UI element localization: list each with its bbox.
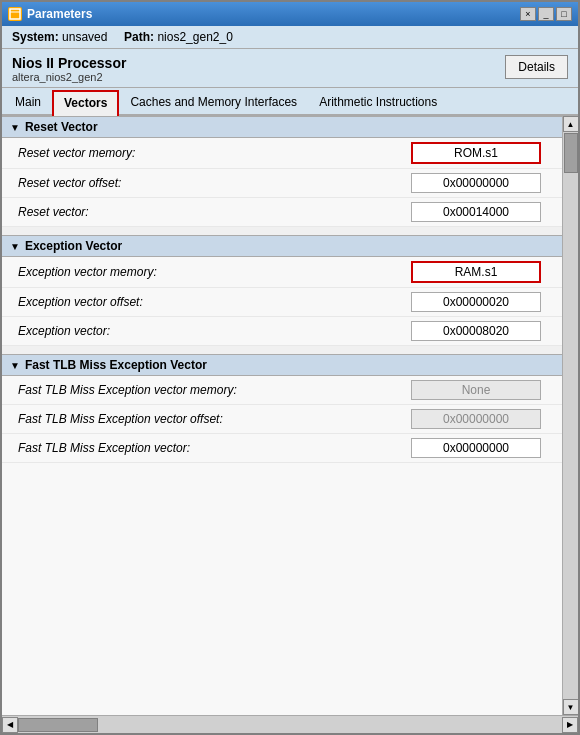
fast-tlb-offset-value — [406, 409, 546, 429]
exception-vector-section-header[interactable]: ▼ Exception Vector — [2, 235, 562, 257]
content-area: ▼ Reset Vector Reset vector memory: Rese… — [2, 116, 562, 715]
processor-header: Nios II Processor altera_nios2_gen2 Deta… — [2, 49, 578, 88]
fast-tlb-memory-input[interactable] — [411, 380, 541, 400]
reset-vector-title: Reset Vector — [25, 120, 98, 134]
exception-vector-input[interactable] — [411, 321, 541, 341]
table-row: Reset vector: — [2, 198, 562, 227]
scroll-track[interactable] — [564, 132, 578, 699]
details-button[interactable]: Details — [505, 55, 568, 79]
hscroll-track[interactable] — [18, 716, 562, 733]
reset-vector-memory-input[interactable] — [411, 142, 541, 164]
table-row: Reset vector memory: — [2, 138, 562, 169]
table-row: Reset vector offset: — [2, 169, 562, 198]
section-gap-2 — [2, 346, 562, 354]
reset-vector-label: Reset vector: — [18, 205, 406, 219]
fast-tlb-section: Fast TLB Miss Exception vector memory: F… — [2, 376, 562, 463]
maximize-btn[interactable]: □ — [556, 7, 572, 21]
table-row: Fast TLB Miss Exception vector offset: — [2, 405, 562, 434]
exception-vector-offset-input[interactable] — [411, 292, 541, 312]
table-row: Exception vector offset: — [2, 288, 562, 317]
table-row: Fast TLB Miss Exception vector: — [2, 434, 562, 463]
scroll-down-button[interactable]: ▼ — [563, 699, 579, 715]
scroll-container: ▼ Reset Vector Reset vector memory: Rese… — [2, 116, 578, 715]
reset-vector-offset-label: Reset vector offset: — [18, 176, 406, 190]
fast-tlb-offset-label: Fast TLB Miss Exception vector offset: — [18, 412, 406, 426]
scroll-right-button[interactable]: ▶ — [562, 717, 578, 733]
reset-vector-offset-input[interactable] — [411, 173, 541, 193]
tab-caches[interactable]: Caches and Memory Interfaces — [119, 90, 308, 114]
window-title: Parameters — [27, 7, 520, 21]
exception-vector-value — [406, 321, 546, 341]
tab-vectors[interactable]: Vectors — [52, 90, 119, 116]
system-path-bar: System: unsaved Path: nios2_gen2_0 — [2, 26, 578, 49]
exception-vector-memory-value — [406, 261, 546, 283]
exception-vector-label: Exception vector: — [18, 324, 406, 338]
scroll-left-button[interactable]: ◀ — [2, 717, 18, 733]
exception-vector-memory-label: Exception vector memory: — [18, 265, 406, 279]
exception-vector-offset-label: Exception vector offset: — [18, 295, 406, 309]
svg-rect-0 — [10, 9, 20, 19]
path-value: nios2_gen2_0 — [157, 30, 232, 44]
reset-vector-memory-label: Reset vector memory: — [18, 146, 406, 160]
close-x-btn[interactable]: × — [520, 7, 536, 21]
minimize-btn[interactable]: _ — [538, 7, 554, 21]
table-row: Fast TLB Miss Exception vector memory: — [2, 376, 562, 405]
collapse-icon: ▼ — [10, 122, 20, 133]
window-controls: × _ □ — [520, 7, 572, 21]
fast-tlb-memory-value — [406, 380, 546, 400]
fast-tlb-section-header[interactable]: ▼ Fast TLB Miss Exception Vector — [2, 354, 562, 376]
window-icon — [8, 7, 22, 21]
collapse-icon-2: ▼ — [10, 241, 20, 252]
title-bar: Parameters × _ □ — [2, 2, 578, 26]
main-window: Parameters × _ □ System: unsaved Path: n… — [0, 0, 580, 735]
horizontal-scrollbar[interactable]: ◀ ▶ — [2, 715, 578, 733]
section-gap-1 — [2, 227, 562, 235]
path-label: Path: — [124, 30, 154, 44]
system-label: System: — [12, 30, 59, 44]
hscroll-thumb[interactable] — [18, 718, 98, 732]
collapse-icon-3: ▼ — [10, 360, 20, 371]
exception-vector-title: Exception Vector — [25, 239, 122, 253]
fast-tlb-vector-value — [406, 438, 546, 458]
reset-vector-section-header[interactable]: ▼ Reset Vector — [2, 116, 562, 138]
scroll-up-button[interactable]: ▲ — [563, 116, 579, 132]
processor-title: Nios II Processor altera_nios2_gen2 — [12, 55, 126, 83]
fast-tlb-memory-label: Fast TLB Miss Exception vector memory: — [18, 383, 406, 397]
reset-vector-section: Reset vector memory: Reset vector offset… — [2, 138, 562, 227]
system-value: unsaved — [62, 30, 107, 44]
exception-vector-offset-value — [406, 292, 546, 312]
tabs-bar: Main Vectors Caches and Memory Interface… — [2, 88, 578, 116]
fast-tlb-offset-input[interactable] — [411, 409, 541, 429]
fast-tlb-vector-input[interactable] — [411, 438, 541, 458]
scroll-thumb[interactable] — [564, 133, 578, 173]
fast-tlb-title: Fast TLB Miss Exception Vector — [25, 358, 207, 372]
reset-vector-value — [406, 202, 546, 222]
fast-tlb-vector-label: Fast TLB Miss Exception vector: — [18, 441, 406, 455]
reset-vector-input[interactable] — [411, 202, 541, 222]
reset-vector-memory-value — [406, 142, 546, 164]
vertical-scrollbar[interactable]: ▲ ▼ — [562, 116, 578, 715]
tab-main[interactable]: Main — [4, 90, 52, 114]
exception-vector-memory-input[interactable] — [411, 261, 541, 283]
reset-vector-offset-value — [406, 173, 546, 193]
table-row: Exception vector: — [2, 317, 562, 346]
exception-vector-section: Exception vector memory: Exception vecto… — [2, 257, 562, 346]
processor-component: altera_nios2_gen2 — [12, 71, 126, 83]
content-padding — [2, 463, 562, 663]
processor-name: Nios II Processor — [12, 55, 126, 71]
tab-arithmetic[interactable]: Arithmetic Instructions — [308, 90, 448, 114]
table-row: Exception vector memory: — [2, 257, 562, 288]
